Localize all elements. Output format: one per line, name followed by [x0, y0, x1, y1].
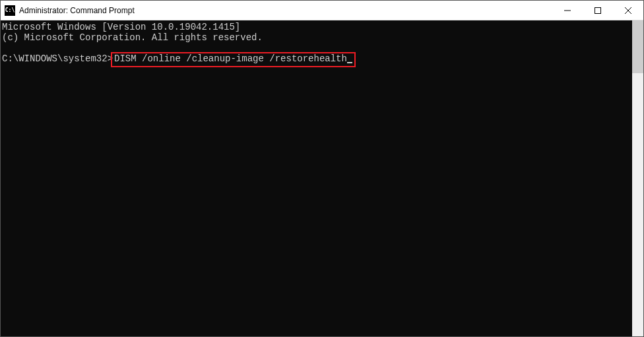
maximize-button[interactable]	[583, 1, 613, 20]
typed-command: DISM /online /cleanup-image /restoreheal…	[114, 53, 347, 64]
close-button[interactable]	[613, 1, 643, 20]
maximize-icon	[595, 7, 601, 14]
command-highlight: DISM /online /cleanup-image /restoreheal…	[111, 52, 356, 67]
copyright-line: (c) Microsoft Corporation. All rights re…	[2, 32, 263, 43]
vertical-scrollbar[interactable]	[632, 20, 643, 336]
minimize-button[interactable]	[552, 1, 583, 20]
close-icon	[625, 7, 631, 14]
minimize-icon	[564, 7, 571, 14]
prompt-path: C:\WINDOWS\system32>	[2, 53, 113, 64]
cmd-icon: C:\	[5, 5, 15, 16]
window-title: Administrator: Command Prompt	[19, 6, 135, 15]
svg-rect-1	[595, 7, 601, 13]
text-cursor	[347, 62, 352, 63]
titlebar[interactable]: C:\ Administrator: Command Prompt	[1, 1, 643, 20]
terminal-output[interactable]: Microsoft Windows [Version 10.0.19042.14…	[1, 20, 632, 336]
terminal-area: Microsoft Windows [Version 10.0.19042.14…	[1, 20, 643, 336]
scrollbar-thumb[interactable]	[632, 20, 643, 73]
cmd-icon-text: C:\	[5, 7, 15, 13]
window-controls	[552, 1, 643, 20]
version-line: Microsoft Windows [Version 10.0.19042.14…	[2, 22, 240, 32]
command-prompt-window: C:\ Administrator: Command Prompt	[0, 0, 644, 337]
